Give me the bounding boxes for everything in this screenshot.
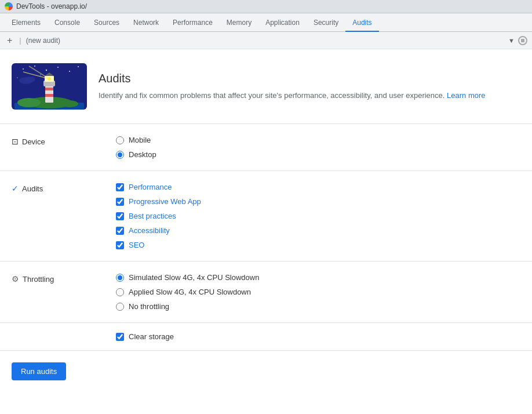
throttle-none-option[interactable]: No throttling bbox=[116, 302, 259, 311]
audit-accessibility-option[interactable]: Accessibility bbox=[116, 226, 201, 235]
svg-point-12 bbox=[17, 98, 41, 107]
throttle-none-label: No throttling bbox=[129, 302, 169, 311]
audit-best-practices-label: Best practices bbox=[129, 212, 176, 220]
device-desktop-label: Desktop bbox=[129, 150, 156, 159]
svg-point-5 bbox=[69, 71, 70, 72]
svg-point-24 bbox=[25, 77, 35, 82]
tab-performance[interactable]: Performance bbox=[166, 13, 220, 32]
audit-dropdown-icon[interactable]: ▼ bbox=[508, 37, 515, 44]
device-mobile-label: Mobile bbox=[129, 136, 151, 144]
device-label: ⊡ Device bbox=[12, 136, 93, 146]
svg-rect-15 bbox=[45, 88, 53, 90]
run-audits-button[interactable]: Run audits bbox=[12, 362, 66, 380]
audit-accessibility-label: Accessibility bbox=[129, 226, 170, 235]
audits-section: ✓ Audits Performance Progressive Web App… bbox=[0, 171, 532, 262]
main-content: Audits Identify and fix common problems … bbox=[0, 49, 532, 392]
audits-checkboxes: Performance Progressive Web App Best pra… bbox=[116, 183, 201, 249]
audits-description: Identify and fix common problems that af… bbox=[99, 90, 486, 101]
audit-name-label: (new audit) bbox=[26, 37, 505, 45]
gear-icon: ⚙ bbox=[12, 274, 19, 284]
tab-console[interactable]: Console bbox=[48, 13, 87, 32]
audits-title: Audits bbox=[99, 72, 486, 85]
clear-storage-label[interactable]: Clear storage bbox=[129, 332, 174, 341]
clear-storage-section: Clear storage bbox=[0, 323, 532, 351]
audit-best-practices-checkbox[interactable] bbox=[116, 212, 124, 220]
stop-audit-button[interactable] bbox=[518, 36, 527, 45]
throttle-simulated-option[interactable]: Simulated Slow 4G, 4x CPU Slowdown bbox=[116, 273, 259, 282]
nav-tabs: Elements Console Sources Network Perform… bbox=[0, 13, 532, 32]
device-options: Mobile Desktop bbox=[116, 136, 156, 159]
lighthouse-illustration bbox=[12, 63, 87, 110]
audit-seo-option[interactable]: SEO bbox=[116, 241, 201, 249]
audits-section-label: ✓ Audits bbox=[12, 183, 93, 193]
tab-network[interactable]: Network bbox=[126, 13, 166, 32]
svg-point-4 bbox=[57, 67, 59, 68]
tab-memory[interactable]: Memory bbox=[220, 13, 258, 32]
tab-security[interactable]: Security bbox=[307, 13, 345, 32]
svg-rect-16 bbox=[45, 94, 53, 97]
tab-sources[interactable]: Sources bbox=[87, 13, 126, 32]
device-desktop-radio[interactable] bbox=[116, 151, 124, 159]
throttling-section: ⚙ Throttling Simulated Slow 4G, 4x CPU S… bbox=[0, 262, 532, 323]
throttle-applied-label: Applied Slow 4G, 4x CPU Slowdown bbox=[129, 288, 251, 296]
add-audit-button[interactable]: + bbox=[5, 35, 14, 46]
device-section: ⊡ Device Mobile Desktop bbox=[0, 124, 532, 171]
audits-check-icon: ✓ bbox=[12, 184, 19, 193]
throttle-applied-radio[interactable] bbox=[116, 288, 124, 296]
svg-point-8 bbox=[40, 74, 41, 75]
throttle-simulated-label: Simulated Slow 4G, 4x CPU Slowdown bbox=[129, 273, 259, 282]
device-desktop-option[interactable]: Desktop bbox=[116, 150, 156, 159]
audit-performance-label: Performance bbox=[129, 183, 172, 191]
audit-tab-bar: + | (new audit) ▼ bbox=[0, 32, 532, 49]
clear-storage-checkbox[interactable] bbox=[116, 333, 124, 341]
svg-point-22 bbox=[48, 77, 51, 81]
audit-best-practices-option[interactable]: Best practices bbox=[116, 212, 201, 220]
audit-seo-label: SEO bbox=[129, 241, 144, 249]
svg-point-7 bbox=[17, 77, 18, 78]
throttle-simulated-radio[interactable] bbox=[116, 274, 124, 282]
learn-more-link[interactable]: Learn more bbox=[447, 91, 485, 100]
window-title: DevTools - ovenapp.io/ bbox=[16, 2, 87, 10]
svg-point-2 bbox=[34, 66, 35, 67]
device-icon: ⊡ bbox=[12, 137, 19, 146]
chrome-favicon bbox=[5, 2, 13, 10]
throttle-none-radio[interactable] bbox=[116, 303, 124, 311]
audits-header: Audits Identify and fix common problems … bbox=[0, 49, 532, 124]
audit-pwa-option[interactable]: Progressive Web App bbox=[116, 197, 201, 206]
tab-elements[interactable]: Elements bbox=[5, 13, 48, 32]
throttle-applied-option[interactable]: Applied Slow 4G, 4x CPU Slowdown bbox=[116, 288, 259, 296]
audit-seo-checkbox[interactable] bbox=[116, 241, 124, 249]
tab-audits[interactable]: Audits bbox=[345, 13, 378, 32]
device-mobile-radio[interactable] bbox=[116, 136, 124, 144]
audit-accessibility-checkbox[interactable] bbox=[116, 227, 124, 235]
audit-performance-option[interactable]: Performance bbox=[116, 183, 201, 191]
audit-pwa-label: Progressive Web App bbox=[129, 197, 201, 206]
throttling-label: ⚙ Throttling bbox=[12, 273, 93, 284]
svg-point-13 bbox=[61, 100, 78, 107]
title-bar: DevTools - ovenapp.io/ bbox=[0, 0, 532, 13]
throttling-options: Simulated Slow 4G, 4x CPU Slowdown Appli… bbox=[116, 273, 259, 311]
tab-application[interactable]: Application bbox=[258, 13, 307, 32]
audit-pwa-checkbox[interactable] bbox=[116, 198, 124, 206]
svg-point-6 bbox=[78, 66, 79, 67]
device-mobile-option[interactable]: Mobile bbox=[116, 136, 156, 144]
run-section: Run audits bbox=[0, 351, 532, 392]
svg-point-3 bbox=[46, 70, 47, 71]
svg-point-1 bbox=[23, 68, 24, 70]
audit-performance-checkbox[interactable] bbox=[116, 183, 124, 191]
audits-header-text: Audits Identify and fix common problems … bbox=[99, 72, 486, 101]
